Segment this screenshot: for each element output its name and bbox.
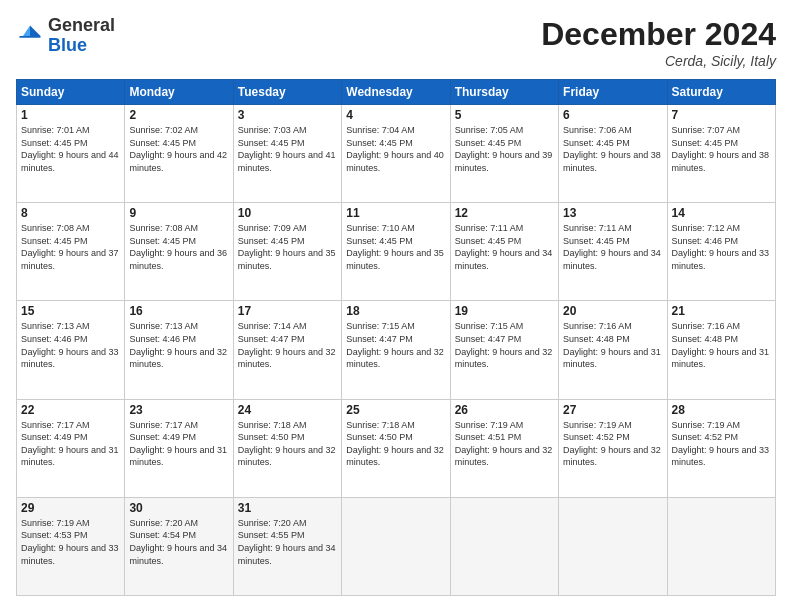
svg-marker-1	[23, 25, 30, 36]
calendar-cell	[667, 497, 775, 595]
cell-info: Sunrise: 7:08 AMSunset: 4:45 PMDaylight:…	[129, 222, 228, 272]
cell-info: Sunrise: 7:17 AMSunset: 4:49 PMDaylight:…	[21, 419, 120, 469]
calendar-cell: 26Sunrise: 7:19 AMSunset: 4:51 PMDayligh…	[450, 399, 558, 497]
calendar-cell: 22Sunrise: 7:17 AMSunset: 4:49 PMDayligh…	[17, 399, 125, 497]
cell-info: Sunrise: 7:15 AMSunset: 4:47 PMDaylight:…	[455, 320, 554, 370]
day-number: 7	[672, 108, 771, 122]
calendar-cell: 21Sunrise: 7:16 AMSunset: 4:48 PMDayligh…	[667, 301, 775, 399]
cell-info: Sunrise: 7:03 AMSunset: 4:45 PMDaylight:…	[238, 124, 337, 174]
calendar-cell: 12Sunrise: 7:11 AMSunset: 4:45 PMDayligh…	[450, 203, 558, 301]
cell-info: Sunrise: 7:20 AMSunset: 4:54 PMDaylight:…	[129, 517, 228, 567]
day-number: 4	[346, 108, 445, 122]
calendar-cell: 3Sunrise: 7:03 AMSunset: 4:45 PMDaylight…	[233, 105, 341, 203]
cell-info: Sunrise: 7:18 AMSunset: 4:50 PMDaylight:…	[238, 419, 337, 469]
calendar-cell	[450, 497, 558, 595]
day-number: 31	[238, 501, 337, 515]
calendar-cell: 24Sunrise: 7:18 AMSunset: 4:50 PMDayligh…	[233, 399, 341, 497]
header: General Blue December 2024 Cerda, Sicily…	[16, 16, 776, 69]
weekday-header: Thursday	[450, 80, 558, 105]
calendar-cell: 19Sunrise: 7:15 AMSunset: 4:47 PMDayligh…	[450, 301, 558, 399]
weekday-header: Saturday	[667, 80, 775, 105]
cell-info: Sunrise: 7:16 AMSunset: 4:48 PMDaylight:…	[563, 320, 662, 370]
calendar-cell: 9Sunrise: 7:08 AMSunset: 4:45 PMDaylight…	[125, 203, 233, 301]
logo-general: General	[48, 15, 115, 35]
cell-info: Sunrise: 7:19 AMSunset: 4:52 PMDaylight:…	[672, 419, 771, 469]
day-number: 6	[563, 108, 662, 122]
calendar-cell: 11Sunrise: 7:10 AMSunset: 4:45 PMDayligh…	[342, 203, 450, 301]
calendar-cell: 29Sunrise: 7:19 AMSunset: 4:53 PMDayligh…	[17, 497, 125, 595]
day-number: 9	[129, 206, 228, 220]
calendar-cell: 31Sunrise: 7:20 AMSunset: 4:55 PMDayligh…	[233, 497, 341, 595]
day-number: 8	[21, 206, 120, 220]
cell-info: Sunrise: 7:06 AMSunset: 4:45 PMDaylight:…	[563, 124, 662, 174]
calendar-cell: 30Sunrise: 7:20 AMSunset: 4:54 PMDayligh…	[125, 497, 233, 595]
logo-text: General Blue	[48, 16, 115, 56]
cell-info: Sunrise: 7:10 AMSunset: 4:45 PMDaylight:…	[346, 222, 445, 272]
day-number: 15	[21, 304, 120, 318]
cell-info: Sunrise: 7:16 AMSunset: 4:48 PMDaylight:…	[672, 320, 771, 370]
day-number: 14	[672, 206, 771, 220]
title-block: December 2024 Cerda, Sicily, Italy	[541, 16, 776, 69]
day-number: 19	[455, 304, 554, 318]
svg-marker-0	[30, 25, 41, 36]
day-number: 27	[563, 403, 662, 417]
cell-info: Sunrise: 7:04 AMSunset: 4:45 PMDaylight:…	[346, 124, 445, 174]
cell-info: Sunrise: 7:11 AMSunset: 4:45 PMDaylight:…	[455, 222, 554, 272]
cell-info: Sunrise: 7:14 AMSunset: 4:47 PMDaylight:…	[238, 320, 337, 370]
day-number: 12	[455, 206, 554, 220]
weekday-header: Sunday	[17, 80, 125, 105]
calendar-cell: 6Sunrise: 7:06 AMSunset: 4:45 PMDaylight…	[559, 105, 667, 203]
day-number: 21	[672, 304, 771, 318]
day-number: 3	[238, 108, 337, 122]
logo-blue: Blue	[48, 35, 87, 55]
calendar-cell: 25Sunrise: 7:18 AMSunset: 4:50 PMDayligh…	[342, 399, 450, 497]
day-number: 2	[129, 108, 228, 122]
calendar-week: 22Sunrise: 7:17 AMSunset: 4:49 PMDayligh…	[17, 399, 776, 497]
day-number: 26	[455, 403, 554, 417]
cell-info: Sunrise: 7:05 AMSunset: 4:45 PMDaylight:…	[455, 124, 554, 174]
cell-info: Sunrise: 7:01 AMSunset: 4:45 PMDaylight:…	[21, 124, 120, 174]
day-number: 10	[238, 206, 337, 220]
day-number: 23	[129, 403, 228, 417]
calendar-cell: 1Sunrise: 7:01 AMSunset: 4:45 PMDaylight…	[17, 105, 125, 203]
calendar-cell	[342, 497, 450, 595]
day-number: 29	[21, 501, 120, 515]
day-number: 22	[21, 403, 120, 417]
cell-info: Sunrise: 7:12 AMSunset: 4:46 PMDaylight:…	[672, 222, 771, 272]
location: Cerda, Sicily, Italy	[541, 53, 776, 69]
calendar-cell: 8Sunrise: 7:08 AMSunset: 4:45 PMDaylight…	[17, 203, 125, 301]
calendar-cell: 18Sunrise: 7:15 AMSunset: 4:47 PMDayligh…	[342, 301, 450, 399]
cell-info: Sunrise: 7:11 AMSunset: 4:45 PMDaylight:…	[563, 222, 662, 272]
day-number: 5	[455, 108, 554, 122]
calendar-cell: 5Sunrise: 7:05 AMSunset: 4:45 PMDaylight…	[450, 105, 558, 203]
cell-info: Sunrise: 7:13 AMSunset: 4:46 PMDaylight:…	[129, 320, 228, 370]
day-number: 18	[346, 304, 445, 318]
cell-info: Sunrise: 7:02 AMSunset: 4:45 PMDaylight:…	[129, 124, 228, 174]
calendar-cell: 2Sunrise: 7:02 AMSunset: 4:45 PMDaylight…	[125, 105, 233, 203]
calendar-week: 8Sunrise: 7:08 AMSunset: 4:45 PMDaylight…	[17, 203, 776, 301]
cell-info: Sunrise: 7:09 AMSunset: 4:45 PMDaylight:…	[238, 222, 337, 272]
cell-info: Sunrise: 7:19 AMSunset: 4:52 PMDaylight:…	[563, 419, 662, 469]
day-number: 28	[672, 403, 771, 417]
calendar-week: 1Sunrise: 7:01 AMSunset: 4:45 PMDaylight…	[17, 105, 776, 203]
calendar-cell: 7Sunrise: 7:07 AMSunset: 4:45 PMDaylight…	[667, 105, 775, 203]
calendar-cell: 28Sunrise: 7:19 AMSunset: 4:52 PMDayligh…	[667, 399, 775, 497]
weekday-header: Tuesday	[233, 80, 341, 105]
calendar-table: SundayMondayTuesdayWednesdayThursdayFrid…	[16, 79, 776, 596]
day-number: 20	[563, 304, 662, 318]
day-number: 17	[238, 304, 337, 318]
calendar-cell: 10Sunrise: 7:09 AMSunset: 4:45 PMDayligh…	[233, 203, 341, 301]
calendar-cell: 13Sunrise: 7:11 AMSunset: 4:45 PMDayligh…	[559, 203, 667, 301]
cell-info: Sunrise: 7:18 AMSunset: 4:50 PMDaylight:…	[346, 419, 445, 469]
calendar-cell: 27Sunrise: 7:19 AMSunset: 4:52 PMDayligh…	[559, 399, 667, 497]
day-number: 13	[563, 206, 662, 220]
calendar-cell: 4Sunrise: 7:04 AMSunset: 4:45 PMDaylight…	[342, 105, 450, 203]
day-number: 11	[346, 206, 445, 220]
cell-info: Sunrise: 7:17 AMSunset: 4:49 PMDaylight:…	[129, 419, 228, 469]
weekday-header: Friday	[559, 80, 667, 105]
cell-info: Sunrise: 7:13 AMSunset: 4:46 PMDaylight:…	[21, 320, 120, 370]
logo: General Blue	[16, 16, 115, 56]
month-title: December 2024	[541, 16, 776, 53]
day-number: 24	[238, 403, 337, 417]
cell-info: Sunrise: 7:19 AMSunset: 4:51 PMDaylight:…	[455, 419, 554, 469]
